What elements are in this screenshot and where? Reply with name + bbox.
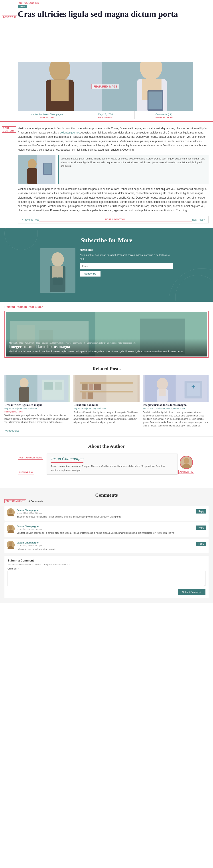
svg-rect-40 (89, 383, 93, 390)
next-post-link[interactable]: Next Post » (192, 218, 205, 221)
related-card-2: Curabitur non nulla May 23, 2020 | Coach… (73, 375, 139, 427)
comment-item-3: Jason Champagne on April 21, 2022 at 2:0… (4, 538, 209, 553)
deco-circle-3 (4, 228, 38, 250)
author-avatar (180, 456, 193, 469)
slider-card: March 15, 2020 | January 15, 2020 | Equi… (6, 312, 207, 356)
svg-rect-43 (87, 393, 93, 399)
svg-rect-52 (192, 385, 194, 389)
svg-rect-48 (159, 390, 166, 396)
content-section-label-area: Post Content (0, 126, 18, 223)
comment-body-3: Jason Champagne on April 21, 2022 at 2:0… (17, 541, 194, 551)
comment-text-3: Felis imperdiet proin fermentum leo vel. (17, 548, 194, 551)
related-card-meta-1: May 23, 2020 | Coaching, Equipment (4, 407, 70, 409)
older-entries-link[interactable]: « Older Entries (4, 430, 209, 432)
svg-point-12 (28, 159, 37, 169)
subscribe-section: Subscribe for More Newsletter Nulla port… (0, 228, 213, 302)
submit-comment-title: Submit a Comment (7, 559, 206, 562)
reply-button-2[interactable]: Reply (196, 526, 206, 530)
slider-card-meta: March 15, 2020 | January 15, 2020 | Equi… (9, 342, 204, 344)
post-title: Cras ultricies ligula sed magna dictum p… (18, 9, 210, 19)
subscribe-form-area: Newsletter Nulla porttitor accumsan tinc… (40, 248, 173, 293)
post-comments-label: Comment Count (136, 116, 192, 118)
subscribe-image (40, 248, 75, 293)
related-card-3: Integer cuismod lacus luctus magna Jan 2… (143, 375, 209, 427)
submit-comment-note: Your email address will not be published… (7, 563, 206, 566)
svg-point-63 (9, 542, 12, 546)
svg-rect-37 (80, 382, 133, 383)
related-card-excerpt-2: Business Cras ultricies ligula sed magna… (73, 411, 139, 424)
svg-rect-4 (51, 80, 69, 101)
comment-item-1: Jason Champagne on April 21, 2022 at 2:0… (4, 506, 209, 521)
prev-post-link[interactable]: « Previous Post (22, 218, 39, 221)
comment-date-1: on April 21, 2022 at 2:02 pm (17, 512, 194, 514)
content-inline-image (18, 155, 56, 184)
post-title-label: Post Title (2, 16, 17, 19)
submit-comment-button[interactable]: Submit Comment (178, 589, 206, 595)
post-author-value: Written by Jason Champagne (19, 113, 75, 116)
slider-card-overlay: March 15, 2020 | January 15, 2020 | Equi… (6, 339, 207, 356)
related-card-1: Cras ultricies ligula sed magna May 23, … (4, 375, 70, 427)
post-comments-label: Post Comments (4, 499, 26, 503)
slider-section-label: Related Posts in Post Slider (4, 305, 209, 309)
reply-button-1[interactable]: Reply (196, 509, 206, 514)
related-card-img-2 (73, 375, 139, 402)
svg-point-57 (9, 509, 12, 514)
post-author-meta: Written by Jason Champagne Post Author (18, 111, 76, 119)
svg-rect-38 (80, 391, 133, 393)
comment-body-1: Jason Champagne on April 21, 2022 at 2:0… (17, 508, 194, 518)
related-card-tags-1: Money, News, Travel (4, 411, 70, 413)
comment-avatar-2 (7, 525, 15, 533)
post-meta-row: Written by Jason Champagne Post Author M… (18, 111, 193, 119)
svg-point-60 (9, 526, 12, 530)
post-content-section: Post Content Vestibulum ante ipsum prime… (0, 122, 213, 228)
post-date-label: Publish Date (77, 116, 134, 118)
svg-rect-50 (187, 383, 200, 396)
author-name-display: Jason Champagne (50, 456, 83, 463)
post-content-label: Post Content (2, 126, 16, 133)
comments-count: 3 Comments (28, 500, 43, 503)
comment-author-3: Jason Champagne (17, 541, 39, 544)
top-right: Post Categories News Cras ultricies ligu… (18, 0, 213, 62)
related-card-svg-3 (143, 375, 209, 402)
svg-rect-31 (19, 387, 29, 402)
related-card-img-3 (143, 375, 209, 402)
comment-avatar-1 (7, 508, 15, 517)
related-card-excerpt-3: Curabitur sodales ligula in libero Lorem… (143, 411, 209, 427)
comment-body-2: Jason Champagne on April 21, 2022 at 2:0… (17, 525, 194, 535)
related-card-img-1 (4, 375, 70, 402)
related-posts-grid: Cras ultricies ligula sed magna May 23, … (4, 375, 209, 427)
post-comments-meta: Comments ( 3 ) Comment Count (135, 111, 193, 119)
post-nav-label: Post Navigation (39, 218, 192, 221)
svg-rect-42 (82, 393, 86, 399)
post-navigation: « Previous Post Post Navigation Next Pos… (18, 216, 209, 223)
comment-textarea[interactable] (7, 571, 206, 586)
reply-button-3[interactable]: Reply (196, 542, 206, 546)
email-input[interactable] (80, 263, 173, 269)
author-bio-text: Jason is a content creator at Elegant Th… (50, 464, 174, 472)
subscribe-button[interactable]: Subscribe (80, 271, 101, 277)
related-card-title-3[interactable]: Integer cuismod lacus luctus magna (143, 403, 209, 407)
svg-point-54 (184, 458, 189, 464)
post-paragraph-1: Vestibulum ante ipsum primes in faucibus… (18, 126, 209, 152)
related-card-title-2[interactable]: Curabitur non nulla (73, 403, 139, 407)
author-center-block: Jason Champagne Jason is a content creat… (46, 454, 178, 475)
comment-date-3: on April 21, 2022 at 2:03 pm (17, 545, 194, 547)
comment-item-2: Jason Champagne on April 21, 2022 at 2:0… (4, 522, 209, 537)
author-avatar-svg (180, 457, 192, 468)
comment-text-2: Volutpat est velit egestas dui id ornare… (17, 531, 194, 535)
featured-image-label: Featured Image (92, 84, 119, 89)
newsletter-label: Newsletter (80, 248, 173, 251)
author-pic-area: Author Pic (178, 454, 195, 474)
related-card-title-1[interactable]: Cras ultricies ligula sed magna (4, 403, 70, 407)
author-section-title: About the Author (4, 443, 209, 449)
related-card-excerpt-1: Vestibulum ante ipsum primes in faucibus… (4, 414, 70, 424)
author-pic-label: Author Pic (178, 470, 194, 474)
comment-text-1: Sit amet commodo nulla facilisi nullam v… (17, 515, 194, 518)
left-sidebar: Post Title (0, 0, 18, 62)
post-comments-value: Comments ( 3 ) (136, 113, 192, 116)
post-categories-label: Post Categories (18, 2, 210, 4)
svg-rect-21 (58, 277, 63, 285)
author-labels-left: Post Author Name Author Bio (18, 454, 46, 481)
content-link[interactable]: pellentesque nec (60, 131, 80, 134)
svg-point-30 (20, 378, 29, 388)
